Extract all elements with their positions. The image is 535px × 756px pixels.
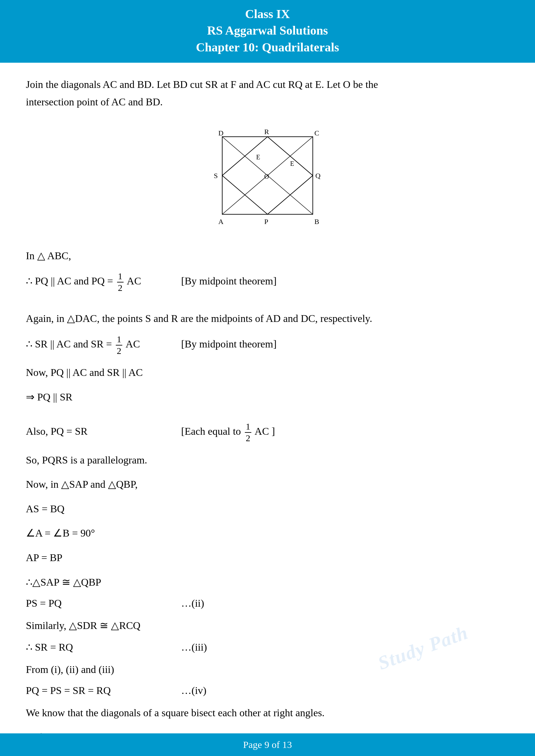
intro-text2: intersection point of AC and BD. bbox=[26, 96, 163, 108]
header-line2: RS Aggarwal Solutions bbox=[3, 22, 532, 39]
also-pq-sr-expr: Also, PQ = SR bbox=[26, 425, 168, 437]
diagram: D R C S Q A P B E E bbox=[209, 124, 326, 230]
in-abc-text: In △ ABC, bbox=[26, 247, 509, 265]
label-C: C bbox=[314, 129, 319, 137]
pq-annotation: [By midpoint theorem] bbox=[181, 275, 276, 287]
ps-pq-ref: …(ii) bbox=[181, 597, 204, 609]
now-sap-text: Now, in △SAP and △QBP, bbox=[26, 475, 509, 494]
label-O: O bbox=[264, 173, 269, 180]
geometry-diagram: D R C S Q A P B E E bbox=[209, 124, 326, 230]
label-E1: E bbox=[256, 153, 260, 161]
angle-ab-text: ∠A = ∠B = 90° bbox=[26, 524, 509, 543]
therefore-sap-qbp-text: ∴△SAP ≅ △QBP bbox=[26, 573, 509, 592]
header-line3: Chapter 10: Quadrilaterals bbox=[3, 39, 532, 56]
sr-rq-line: ∴ SR = RQ …(iii) bbox=[26, 641, 509, 653]
header-line1: Class IX bbox=[3, 6, 532, 22]
label-R: R bbox=[264, 128, 269, 136]
sr-rq-ref: …(iii) bbox=[181, 641, 207, 653]
diagram-container: D R C S Q A P B E E bbox=[26, 124, 509, 230]
also-fraction: 1 2 bbox=[245, 421, 251, 444]
sr-fraction: 1 2 bbox=[116, 334, 122, 356]
label-B: B bbox=[314, 218, 319, 226]
label-P: P bbox=[264, 218, 268, 226]
label-Q: Q bbox=[315, 172, 321, 180]
also-annotation: [Each equal to 1 2 AC ] bbox=[181, 421, 275, 444]
sr-ac-math-line: ∴ SR || AC and SR = 1 2 AC [By midpoint … bbox=[26, 334, 509, 356]
also-pq-sr-line: Also, PQ = SR [Each equal to 1 2 AC ] bbox=[26, 421, 509, 444]
sr-ac-expr: ∴ SR || AC and SR = 1 2 AC bbox=[26, 334, 168, 356]
ps-pq-line: PS = PQ …(ii) bbox=[26, 597, 509, 609]
as-bq-text: AS = BQ bbox=[26, 500, 509, 519]
header-title: Class IX RS Aggarwal Solutions Chapter 1… bbox=[3, 6, 532, 56]
we-know-text: We know that the diagonals of a square b… bbox=[26, 704, 509, 722]
similarly-sdr-text: Similarly, △SDR ≅ △RCQ bbox=[26, 616, 509, 635]
pq-ps-sr-rq-line: PQ = PS = SR = RQ …(iv) bbox=[26, 685, 509, 696]
footer-text: Page 9 of 13 bbox=[243, 739, 292, 750]
again-dac-text: Again, in △DAC, the points S and R are t… bbox=[26, 309, 509, 328]
label-E2: E bbox=[290, 160, 294, 167]
page-header: Class IX RS Aggarwal Solutions Chapter 1… bbox=[0, 0, 535, 63]
implies-pq-sr-text: ⇒ PQ || SR bbox=[26, 388, 509, 407]
label-S: S bbox=[214, 172, 218, 180]
label-D: D bbox=[218, 129, 223, 137]
ps-pq-expr: PS = PQ bbox=[26, 597, 168, 609]
pq-ac-math-line: ∴ PQ || AC and PQ = 1 2 AC [By midpoint … bbox=[26, 271, 509, 293]
pq-fraction: 1 2 bbox=[117, 271, 124, 293]
sr-rq-expr: ∴ SR = RQ bbox=[26, 641, 168, 653]
now-pq-text: Now, PQ || AC and SR || AC bbox=[26, 363, 509, 382]
label-A: A bbox=[218, 218, 223, 226]
pq-ac-expr: ∴ PQ || AC and PQ = 1 2 AC bbox=[26, 271, 168, 293]
from-i-ii-iii-text: From (i), (ii) and (iii) bbox=[26, 660, 509, 679]
pq-ps-ref: …(iv) bbox=[181, 685, 206, 696]
page-footer: Page 9 of 13 bbox=[0, 733, 535, 756]
intro-para: Join the diagonals AC and BD. Let BD cut… bbox=[26, 76, 509, 111]
ap-bp-text: AP = BP bbox=[26, 549, 509, 567]
main-content: Join the diagonals AC and BD. Let BD cut… bbox=[0, 63, 535, 756]
intro-text1: Join the diagonals AC and BD. Let BD cut… bbox=[26, 79, 378, 90]
so-pqrs-text: So, PQRS is a parallelogram. bbox=[26, 451, 509, 470]
sr-annotation: [By midpoint theorem] bbox=[181, 338, 276, 350]
pq-ps-sr-rq-expr: PQ = PS = SR = RQ bbox=[26, 685, 168, 696]
